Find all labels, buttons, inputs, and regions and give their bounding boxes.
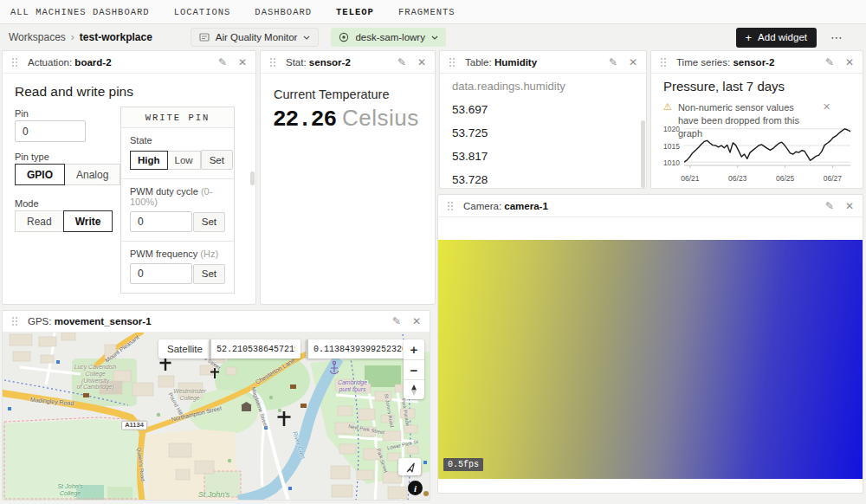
- drag-handle-icon[interactable]: [449, 57, 456, 68]
- breadcrumb: Workspaces › test-workplace: [9, 31, 152, 43]
- close-icon[interactable]: ✕: [412, 316, 421, 326]
- close-icon[interactable]: ✕: [845, 57, 854, 68]
- widget-camera: Camera: camera-1 ✎ ✕ 0.5fps: [437, 194, 863, 494]
- latitude-input[interactable]: [209, 339, 301, 359]
- pressure-chart-plot: [684, 126, 850, 169]
- table-row: 53.728: [452, 173, 488, 197]
- map-label: St John's: [198, 490, 230, 499]
- zoom-in-button[interactable]: +: [404, 339, 424, 359]
- pressure-chart-xlabels: 06/2106/2306/2506/27: [684, 172, 850, 183]
- mode-write-button[interactable]: Write: [63, 210, 113, 232]
- pin-type-gpio-button[interactable]: GPIO: [15, 164, 65, 185]
- drag-handle-icon[interactable]: [11, 316, 18, 326]
- map-label: Park Street: [375, 448, 388, 474]
- write-pin-header: WRITE PIN: [121, 107, 234, 128]
- state-set-button[interactable]: Set: [201, 150, 233, 170]
- nav-locations[interactable]: LOCATIONS: [174, 7, 231, 17]
- widget-title: Table: Humidity: [465, 57, 537, 68]
- edit-icon[interactable]: ✎: [825, 57, 834, 68]
- stat-unit: Celsius: [342, 105, 419, 132]
- map-label: Park Parade: [400, 398, 410, 427]
- camera-feed: 0.5fps: [438, 240, 863, 479]
- widget-title: Stat: sensor-2: [286, 57, 351, 68]
- table-column-header: data.readings.humidity: [452, 80, 565, 93]
- breadcrumb-current: test-workplace: [80, 31, 152, 43]
- map-label: Cambridge punt tours: [338, 379, 367, 393]
- edit-icon[interactable]: ✎: [218, 57, 227, 68]
- widget-actuation: Actuation: board-2 ✎ ✕ Read and write pi…: [2, 50, 256, 305]
- close-icon[interactable]: ✕: [629, 57, 637, 68]
- table-row: 53.817: [452, 150, 488, 173]
- state-low-button[interactable]: Low: [167, 151, 201, 170]
- map-label: Chesterton Lane: [255, 357, 297, 386]
- pin-type-analog-button[interactable]: Analog: [64, 164, 120, 185]
- pwm-duty-input[interactable]: [130, 211, 192, 232]
- widget-title: Camera: camera-1: [463, 201, 548, 211]
- mode-read-button[interactable]: Read: [15, 210, 64, 232]
- add-widget-button[interactable]: + Add widget: [736, 28, 818, 48]
- info-icon[interactable]: i: [408, 481, 423, 495]
- part-selector[interactable]: Air Quality Monitor: [191, 28, 320, 47]
- nav-teleop[interactable]: TELEOP: [336, 7, 374, 17]
- drag-handle-icon[interactable]: [660, 57, 667, 68]
- nav-all-machines-dashboard[interactable]: ALL MACHINES DASHBOARD: [10, 7, 150, 17]
- chevron-down-icon: [303, 36, 310, 40]
- table-row: 53.697: [452, 103, 488, 126]
- compass-icon[interactable]: [404, 379, 424, 399]
- close-icon[interactable]: ✕: [238, 57, 247, 68]
- state-high-button[interactable]: High: [130, 151, 168, 170]
- nav-dashboard[interactable]: DASHBOARD: [255, 7, 312, 17]
- map-label: Northampton Street: [171, 405, 223, 423]
- edit-icon[interactable]: ✎: [397, 57, 406, 68]
- drag-handle-icon[interactable]: [11, 57, 18, 68]
- pwm-freq-set-button[interactable]: Set: [193, 264, 225, 284]
- pwm-duty-set-button[interactable]: Set: [193, 212, 225, 232]
- drag-handle-icon[interactable]: [269, 57, 276, 68]
- satellite-toggle-button[interactable]: Satellite: [158, 339, 211, 359]
- mode-label: Mode: [15, 198, 39, 209]
- gps-map[interactable]: Lucy Cavendish College (University of Ca…: [3, 333, 430, 500]
- map-label: New Park Street: [348, 423, 385, 436]
- actuation-scrollbar[interactable]: [250, 171, 255, 185]
- machine-selector[interactable]: desk-sam-lowry: [331, 28, 446, 47]
- drag-handle-icon[interactable]: [447, 201, 454, 211]
- stat-label: Current Temperature: [274, 87, 390, 101]
- zoom-out-button[interactable]: −: [404, 359, 424, 379]
- locate-button[interactable]: [398, 458, 421, 475]
- close-icon[interactable]: ✕: [417, 57, 426, 68]
- overflow-menu-icon[interactable]: ⋯: [830, 30, 843, 44]
- x-tick-label: 06/25: [776, 174, 794, 183]
- map-zoom-control: + −: [404, 339, 424, 399]
- chart-title: Pressure, last 7 days: [663, 79, 785, 94]
- edit-icon[interactable]: ✎: [825, 201, 834, 211]
- y-tick-label: 1015: [663, 142, 680, 151]
- breadcrumb-separator: ›: [71, 31, 74, 43]
- fps-badge: 0.5fps: [443, 458, 483, 471]
- map-label: Queen's Road: [136, 447, 146, 481]
- plus-icon: +: [746, 32, 753, 43]
- map-label: St John's Road: [383, 393, 394, 428]
- widget-title: Time series: sensor-2: [676, 57, 774, 68]
- map-label: Lower Park St: [387, 439, 419, 451]
- table-scrollbar[interactable]: [641, 120, 645, 188]
- pwm-freq-input[interactable]: [130, 263, 192, 284]
- longitude-input[interactable]: [306, 339, 408, 359]
- state-segmented: High Low: [130, 151, 201, 170]
- widget-header: Stat: sensor-2 ✎ ✕: [261, 51, 435, 74]
- close-icon[interactable]: ✕: [845, 201, 854, 211]
- edit-icon[interactable]: ✎: [392, 316, 401, 326]
- table-row: 53.725: [452, 126, 488, 150]
- breadcrumb-workspaces[interactable]: Workspaces: [9, 31, 66, 43]
- widget-header: Table: Humidity ✎ ✕: [440, 51, 646, 74]
- stat-value: 22.26: [273, 107, 336, 132]
- mode-segmented: Read Write: [15, 210, 113, 232]
- part-selector-label: Air Quality Monitor: [216, 32, 298, 42]
- table-rows: 53.69753.72553.81753.728: [452, 103, 488, 197]
- write-pin-panel: WRITE PIN State High Low Set PWM duty cy…: [120, 107, 235, 294]
- nav-fragments[interactable]: FRAGMENTS: [398, 7, 456, 17]
- edit-icon[interactable]: ✎: [609, 57, 617, 68]
- map-label: Magdalene Street: [250, 386, 269, 429]
- map-label: Madingley Road: [29, 397, 74, 407]
- widget-header: Time series: sensor-2 ✎ ✕: [651, 51, 863, 74]
- pin-input[interactable]: [15, 120, 86, 142]
